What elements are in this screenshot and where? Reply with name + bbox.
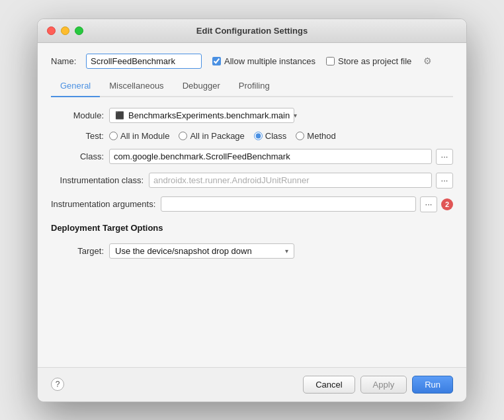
cancel-button[interactable]: Cancel xyxy=(303,376,355,394)
target-label: Target: xyxy=(51,246,104,256)
allow-multiple-checkbox[interactable] xyxy=(212,57,221,65)
window-title: Edit Configuration Settings xyxy=(196,26,308,36)
class-input[interactable] xyxy=(109,149,432,164)
footer: ? Cancel Apply Run xyxy=(38,367,466,401)
tab-general[interactable]: General xyxy=(51,77,100,97)
allow-multiple-label: Allow multiple instances xyxy=(224,56,315,66)
target-value: Use the device/snapshot drop down xyxy=(115,246,281,256)
radio-method[interactable]: Method xyxy=(296,131,335,141)
class-row: Class: ··· xyxy=(51,149,453,165)
instrumentation-args-label: Instrumentation arguments: xyxy=(51,199,155,209)
run-button[interactable]: Run xyxy=(412,376,453,394)
minimize-button[interactable] xyxy=(61,26,69,35)
test-row: Test: All in Module All in Package Class xyxy=(51,131,453,141)
store-as-project-checkbox-item[interactable]: Store as project file xyxy=(326,56,411,66)
deployment-section-header: Deployment Target Options xyxy=(51,223,453,233)
instrumentation-args-badge: 2 xyxy=(441,198,453,210)
radio-class[interactable]: Class xyxy=(254,131,287,141)
module-label: Module: xyxy=(51,110,104,120)
name-label: Name: xyxy=(51,56,81,66)
radio-all-in-module[interactable]: All in Module xyxy=(109,131,169,141)
module-row: Module: ⬛ BenchmarksExperiments.benchmar… xyxy=(51,108,453,123)
form-section: Module: ⬛ BenchmarksExperiments.benchmar… xyxy=(51,108,453,357)
radio-all-in-package-input[interactable] xyxy=(179,132,187,140)
help-button[interactable]: ? xyxy=(51,378,64,391)
gear-icon[interactable]: ⚙ xyxy=(423,56,432,66)
store-as-project-checkbox[interactable] xyxy=(326,57,335,65)
radio-method-label: Method xyxy=(307,131,335,141)
tab-debugger[interactable]: Debugger xyxy=(173,77,230,97)
instrumentation-class-browse-button[interactable]: ··· xyxy=(436,173,453,189)
tabs-bar: General Miscellaneous Debugger Profiling xyxy=(51,77,453,97)
maximize-button[interactable] xyxy=(75,26,83,35)
target-select[interactable]: Use the device/snapshot drop down ▾ xyxy=(109,243,294,259)
target-dropdown-arrow: ▾ xyxy=(285,247,288,255)
footer-buttons: Cancel Apply Run xyxy=(303,376,453,394)
class-label: Class: xyxy=(51,151,104,161)
target-row: Target: Use the device/snapshot drop dow… xyxy=(51,243,453,259)
tab-miscellaneous[interactable]: Miscellaneous xyxy=(100,77,173,97)
instrumentation-class-input[interactable] xyxy=(149,173,432,188)
store-as-project-label: Store as project file xyxy=(338,56,411,66)
radio-class-input[interactable] xyxy=(254,132,263,140)
radio-all-in-module-label: All in Module xyxy=(120,131,169,141)
module-dropdown-arrow: ▾ xyxy=(294,112,297,119)
test-label: Test: xyxy=(51,131,104,141)
instrumentation-args-input[interactable] xyxy=(161,196,416,212)
close-button[interactable] xyxy=(47,26,56,35)
main-window: Edit Configuration Settings Name: Allow … xyxy=(37,19,467,402)
allow-multiple-checkbox-item[interactable]: Allow multiple instances xyxy=(212,56,315,66)
test-radio-group: All in Module All in Package Class Metho… xyxy=(109,131,336,141)
instrumentation-class-input-row: ··· xyxy=(149,173,453,189)
instrumentation-class-row: Instrumentation class: ··· xyxy=(51,173,453,189)
radio-method-input[interactable] xyxy=(296,132,304,140)
instrumentation-class-label: Instrumentation class: xyxy=(51,175,144,185)
class-input-row: ··· xyxy=(109,149,453,165)
instrumentation-args-input-row: ··· 2 xyxy=(161,196,453,212)
titlebar: Edit Configuration Settings xyxy=(38,19,466,43)
name-row: Name: Allow multiple instances Store as … xyxy=(51,54,453,69)
radio-all-in-package[interactable]: All in Package xyxy=(179,131,244,141)
radio-all-in-package-label: All in Package xyxy=(190,131,244,141)
tab-profiling[interactable]: Profiling xyxy=(230,77,279,97)
module-value: BenchmarksExperiments.benchmark.main xyxy=(128,110,290,120)
traffic-lights xyxy=(47,26,83,35)
radio-class-label: Class xyxy=(265,131,287,141)
name-input[interactable] xyxy=(86,54,202,69)
class-browse-button[interactable]: ··· xyxy=(436,149,453,165)
radio-all-in-module-input[interactable] xyxy=(109,132,118,140)
checkbox-group: Allow multiple instances Store as projec… xyxy=(212,56,432,66)
module-icon: ⬛ xyxy=(115,111,124,120)
apply-button[interactable]: Apply xyxy=(360,376,407,394)
instrumentation-args-row: Instrumentation arguments: ··· 2 xyxy=(51,196,453,212)
module-select[interactable]: ⬛ BenchmarksExperiments.benchmark.main ▾ xyxy=(109,108,294,123)
content-area: Name: Allow multiple instances Store as … xyxy=(38,43,466,367)
instrumentation-args-browse-button[interactable]: ··· xyxy=(420,196,437,212)
